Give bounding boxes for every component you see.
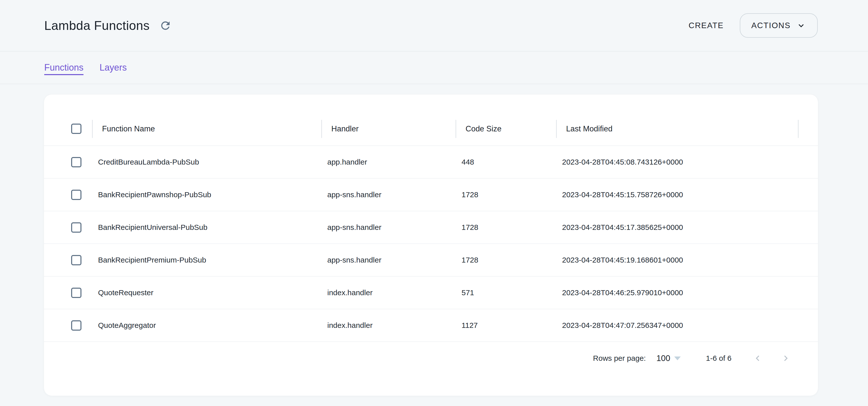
last-modified-cell: 2023-04-28T04:45:17.385625+0000 — [556, 223, 799, 232]
table-header-row: Function Name Handler Code Size Last Mod… — [44, 112, 818, 146]
tab-layers[interactable]: Layers — [99, 62, 127, 73]
handler-cell: index.handler — [321, 321, 456, 330]
column-header-function-name: Function Name — [92, 112, 321, 145]
page-title: Lambda Functions — [44, 18, 150, 33]
table-row: QuoteRequester index.handler 571 2023-04… — [44, 277, 818, 309]
code-size-cell: 1127 — [456, 321, 556, 330]
handler-cell: app-sns.handler — [321, 223, 456, 232]
functions-table-card: Function Name Handler Code Size Last Mod… — [44, 94, 818, 396]
select-all-checkbox[interactable] — [71, 124, 82, 134]
table-row: CreditBureauLambda-PubSub app.handler 44… — [44, 146, 818, 179]
next-page-button[interactable] — [779, 351, 793, 365]
row-checkbox[interactable] — [71, 190, 82, 200]
last-modified-cell: 2023-04-28T04:45:19.168601+0000 — [556, 256, 799, 264]
chevron-left-icon — [752, 353, 763, 364]
code-size-cell: 571 — [456, 289, 556, 297]
last-modified-cell: 2023-04-28T04:45:15.758726+0000 — [556, 191, 799, 199]
rows-per-page-label: Rows per page: — [593, 354, 646, 363]
handler-cell: app-sns.handler — [321, 191, 456, 199]
app-bar: Lambda Functions CREATE ACTIONS — [0, 0, 868, 52]
chevron-down-icon — [796, 21, 806, 31]
chevron-right-icon — [780, 353, 791, 364]
table-row: BankRecipientPawnshop-PubSub app-sns.han… — [44, 179, 818, 211]
caret-down-icon — [674, 357, 681, 360]
table-row: BankRecipientUniversal-PubSub app-sns.ha… — [44, 211, 818, 244]
previous-page-button[interactable] — [751, 351, 765, 365]
row-checkbox[interactable] — [71, 157, 82, 167]
actions-dropdown-button[interactable]: ACTIONS — [740, 13, 818, 38]
code-size-cell: 1728 — [456, 223, 556, 232]
last-modified-cell: 2023-04-28T04:47:07.256347+0000 — [556, 321, 799, 330]
tab-functions[interactable]: Functions — [44, 62, 84, 73]
rows-per-page-select[interactable]: 100 — [656, 353, 681, 363]
code-size-cell: 448 — [456, 158, 556, 166]
table-row: QuoteAggregator index.handler 1127 2023-… — [44, 309, 818, 342]
function-name-link[interactable]: BankRecipientUniversal-PubSub — [92, 223, 321, 232]
rows-per-page-value: 100 — [656, 353, 670, 363]
row-checkbox[interactable] — [71, 222, 82, 233]
column-header-last-modified: Last Modified — [556, 112, 799, 145]
row-checkbox[interactable] — [71, 320, 82, 331]
function-name-link[interactable]: QuoteAggregator — [92, 321, 321, 330]
pagination-range-label: 1-6 of 6 — [706, 354, 732, 363]
refresh-icon — [159, 19, 172, 32]
last-modified-cell: 2023-04-28T04:46:25.979010+0000 — [556, 289, 799, 297]
function-name-link[interactable]: QuoteRequester — [92, 289, 321, 297]
refresh-button[interactable] — [157, 17, 174, 34]
actions-button-label: ACTIONS — [751, 21, 790, 30]
column-header-handler: Handler — [321, 112, 456, 145]
row-checkbox[interactable] — [71, 287, 82, 298]
code-size-cell: 1728 — [456, 191, 556, 199]
handler-cell: app-sns.handler — [321, 256, 456, 264]
handler-cell: index.handler — [321, 289, 456, 297]
last-modified-cell: 2023-04-28T04:45:08.743126+0000 — [556, 158, 799, 166]
tabs-bar: Functions Layers — [0, 52, 868, 84]
header-checkbox-cell — [44, 124, 92, 134]
function-name-link[interactable]: BankRecipientPremium-PubSub — [92, 256, 321, 264]
table-pagination: Rows per page: 100 1-6 of 6 — [44, 342, 818, 375]
function-name-link[interactable]: BankRecipientPawnshop-PubSub — [92, 191, 321, 199]
code-size-cell: 1728 — [456, 256, 556, 264]
create-button[interactable]: CREATE — [682, 16, 730, 35]
table-row: BankRecipientPremium-PubSub app-sns.hand… — [44, 244, 818, 277]
column-header-code-size: Code Size — [456, 112, 556, 145]
function-name-link[interactable]: CreditBureauLambda-PubSub — [92, 158, 321, 166]
row-checkbox[interactable] — [71, 255, 82, 265]
handler-cell: app.handler — [321, 158, 456, 166]
